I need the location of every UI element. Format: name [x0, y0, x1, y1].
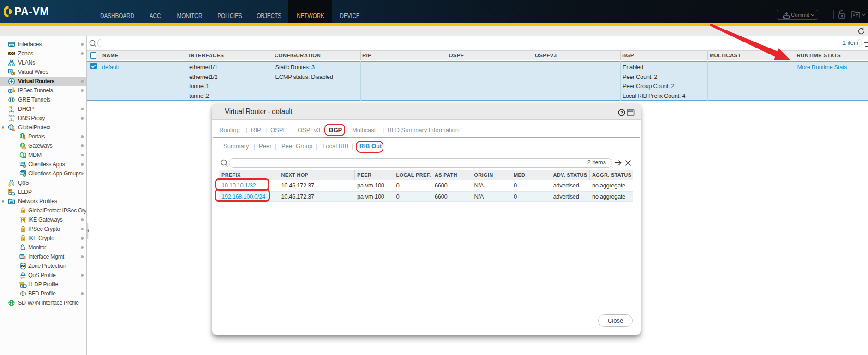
svg-text:DNS: DNS [8, 114, 14, 118]
svg-text:QoS: QoS [8, 184, 14, 187]
svg-text:?: ? [620, 110, 623, 115]
svg-text:IP: IP [9, 106, 12, 109]
svg-text:QoS: QoS [20, 276, 25, 279]
